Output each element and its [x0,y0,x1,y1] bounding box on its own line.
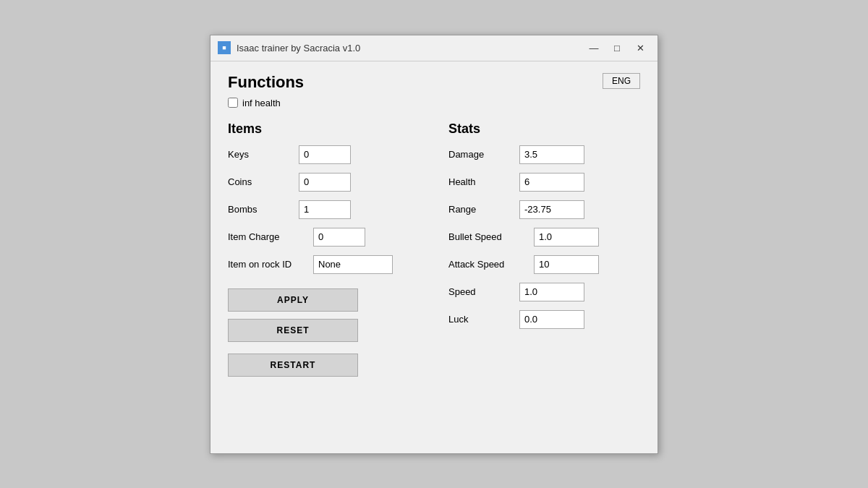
attack-speed-input[interactable] [534,255,599,274]
bullet-speed-label: Bullet Speed [448,231,528,242]
bullet-speed-row: Bullet Speed [448,228,640,247]
inf-health-label: inf health [242,98,281,108]
keys-input[interactable] [299,145,351,164]
luck-row: Luck [448,310,640,329]
speed-input[interactable] [519,283,584,301]
inf-health-row: inf health [228,98,640,108]
functions-title: Functions [228,73,640,92]
range-row: Range [448,200,640,219]
window-title: Isaac trainer by Sacracia v1.0 [237,43,584,53]
item-charge-row: Item Charge [228,228,420,247]
bullet-speed-input[interactable] [534,228,599,247]
maximize-button[interactable]: □ [607,40,627,56]
items-column: Items Keys Coins Bombs Item Charge [228,121,420,377]
luck-input[interactable] [519,310,584,329]
apply-button[interactable]: APPLY [228,288,358,312]
keys-label: Keys [228,149,293,160]
speed-label: Speed [448,286,514,297]
attack-speed-label: Attack Speed [448,259,528,270]
damage-label: Damage [448,149,514,160]
health-label: Health [448,176,514,187]
restart-button[interactable]: RESTART [228,354,358,377]
item-on-rock-input[interactable] [313,255,393,274]
action-buttons: APPLY RESET [228,288,358,342]
app-icon: ■ [218,41,231,54]
stats-title: Stats [448,121,640,137]
speed-row: Speed [448,283,640,301]
items-title: Items [228,121,420,137]
window-controls: — □ ✕ [584,40,650,56]
coins-input[interactable] [299,173,351,192]
keys-row: Keys [228,145,420,164]
reset-button[interactable]: RESET [228,319,358,342]
title-bar: ■ Isaac trainer by Sacracia v1.0 — □ ✕ [210,35,658,61]
damage-row: Damage [448,145,640,164]
item-charge-label: Item Charge [228,231,307,242]
close-button[interactable]: ✕ [630,40,650,56]
app-window: ■ Isaac trainer by Sacracia v1.0 — □ ✕ E… [210,35,658,454]
inf-health-checkbox[interactable] [228,98,238,108]
coins-row: Coins [228,173,420,192]
health-row: Health [448,173,640,192]
restart-section: RESTART [228,354,420,377]
coins-label: Coins [228,176,293,187]
bombs-label: Bombs [228,204,293,215]
item-on-rock-label: Item on rock ID [228,259,307,270]
luck-label: Luck [448,314,514,325]
item-charge-input[interactable] [313,228,365,247]
range-label: Range [448,204,514,215]
bombs-input[interactable] [299,200,351,219]
attack-speed-row: Attack Speed [448,255,640,274]
health-input[interactable] [519,173,584,192]
damage-input[interactable] [519,145,584,164]
range-input[interactable] [519,200,584,219]
language-button[interactable]: ENG [603,73,640,89]
main-content: ENG Functions inf health Items Keys Coin… [210,61,658,394]
item-on-rock-row: Item on rock ID [228,255,420,274]
bombs-row: Bombs [228,200,420,219]
items-stats-columns: Items Keys Coins Bombs Item Charge [228,121,640,377]
functions-section: Functions inf health [228,73,640,108]
minimize-button[interactable]: — [584,40,604,56]
stats-column: Stats Damage Health Range Bullet Speed [448,121,640,377]
